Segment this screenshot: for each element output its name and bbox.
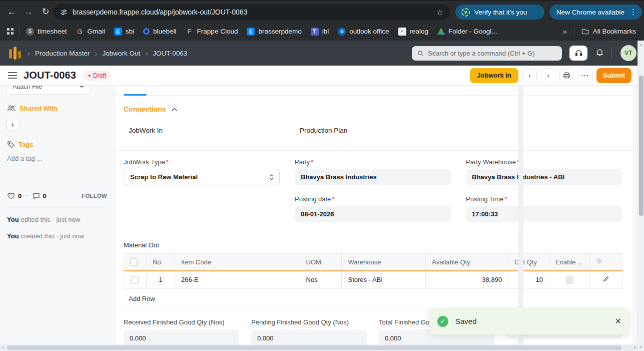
form-sidebar: Attach File + Shared With + Tags Add a t… bbox=[0, 86, 114, 351]
bookmark-item[interactable]: E brasserpdemo bbox=[247, 28, 301, 36]
tags-section[interactable]: Tags bbox=[7, 141, 33, 148]
uom-cell[interactable]: Nos bbox=[300, 271, 342, 289]
pending-fg-qty-field: Pending Finished Good Qty (Nos) 0.000 bbox=[251, 318, 367, 346]
user-avatar[interactable]: VT bbox=[620, 45, 636, 61]
posting-date-input[interactable]: 08-01-2026 bbox=[295, 206, 451, 222]
toast-close-icon[interactable]: ✕ bbox=[615, 316, 621, 326]
out-qty-cell[interactable]: 10 bbox=[508, 271, 549, 289]
sidebar-toggle-icon[interactable] bbox=[8, 72, 17, 79]
scroll-up-arrow-icon[interactable]: ▴ bbox=[638, 42, 644, 47]
edit-row-pencil-icon[interactable] bbox=[602, 275, 609, 282]
party-warehouse-input[interactable]: Bhavya Brass Industries - ABI bbox=[466, 169, 622, 185]
bookmark-item[interactable]: T ibl bbox=[311, 28, 329, 36]
collapse-chevron-icon[interactable] bbox=[171, 107, 178, 112]
connection-link-jobwork-in[interactable]: JobWork In bbox=[129, 127, 163, 134]
jobwork-type-select[interactable]: Scrap to Raw Material bbox=[124, 169, 280, 185]
add-share-button[interactable]: + bbox=[6, 118, 20, 131]
posting-date-field: Posting date* 08-01-2026 bbox=[295, 195, 451, 222]
grid-settings-gear-icon[interactable] bbox=[596, 258, 603, 265]
row-index: 1 bbox=[146, 271, 175, 289]
frappe-favicon: F bbox=[186, 28, 194, 36]
all-bookmarks-button[interactable]: All Bookmarks bbox=[581, 28, 636, 35]
required-asterisk: * bbox=[166, 158, 169, 166]
breadcrumb-chevron-icon: › bbox=[95, 49, 98, 58]
breadcrumb-chevron-icon: › bbox=[28, 49, 30, 58]
jobwork-type-field: JobWork Type* Scrap to Raw Material bbox=[124, 158, 280, 185]
shared-with-section[interactable]: Shared With bbox=[7, 105, 58, 112]
grid-row[interactable]: 1 266-E Nos Stores - ABI 38,890 10 bbox=[124, 271, 622, 289]
next-document-button[interactable]: › bbox=[541, 68, 555, 83]
bookmark-item[interactable]: Folder - Googl... bbox=[437, 28, 497, 35]
address-bar[interactable]: brasserpdemo.frappe.cloud/app/jobwork-ou… bbox=[53, 4, 450, 20]
notifications-bell-icon[interactable] bbox=[595, 48, 604, 57]
verify-identity-chip[interactable]: v Verify that it's you bbox=[455, 5, 544, 20]
row-checkbox[interactable] bbox=[131, 276, 139, 284]
bookmark-item[interactable]: bluebell bbox=[143, 28, 177, 35]
scroll-right-arrow-icon[interactable]: ▸ bbox=[634, 345, 636, 349]
bookmark-item[interactable]: ≡ realog bbox=[398, 28, 429, 36]
pending-fg-qty-input[interactable]: 0.000 bbox=[251, 329, 367, 346]
select-updown-icon bbox=[269, 174, 274, 181]
forward-icon[interactable]: → bbox=[20, 7, 37, 17]
posting-time-input[interactable]: 17:00:33 bbox=[466, 206, 622, 222]
browser-menu-icon[interactable]: ⋮ bbox=[625, 8, 637, 17]
bookmark-item[interactable]: G Gmail bbox=[76, 28, 105, 36]
app-navbar: › Production Master › Jobwork Out › JOUT… bbox=[0, 41, 637, 66]
more-actions-button[interactable]: ··· bbox=[578, 68, 592, 83]
folder-icon bbox=[581, 28, 589, 35]
breadcrumb-current-doc[interactable]: JOUT-0063 bbox=[153, 50, 187, 57]
enable-checkbox[interactable] bbox=[566, 276, 573, 284]
global-search-input[interactable]: Search or type a command (Ctrl + G) bbox=[412, 46, 562, 61]
horizontal-scrollbar[interactable]: ◂ ▸ bbox=[0, 344, 637, 351]
party-input[interactable]: Bhavya Brass Industries bbox=[295, 169, 451, 185]
bookmark-item[interactable]: E sbi bbox=[114, 28, 134, 36]
breadcrumb-production-master[interactable]: Production Master bbox=[35, 50, 90, 57]
print-button[interactable] bbox=[559, 68, 574, 83]
comment-icon[interactable] bbox=[33, 192, 40, 199]
apps-grid-icon[interactable] bbox=[7, 28, 14, 35]
required-asterisk: * bbox=[504, 195, 507, 203]
connections-title[interactable]: Connections bbox=[124, 105, 166, 113]
help-headset-button[interactable] bbox=[569, 46, 587, 61]
reload-icon[interactable]: ↻ bbox=[37, 6, 54, 17]
vertical-scroll-thumb[interactable] bbox=[639, 76, 643, 216]
horizontal-scroll-thumb[interactable] bbox=[7, 345, 621, 350]
add-row-button[interactable]: Add Row bbox=[129, 295, 155, 302]
vertical-scrollbar[interactable]: ▴ ▾ bbox=[637, 41, 644, 351]
scroll-left-arrow-icon[interactable]: ◂ bbox=[2, 345, 4, 349]
submit-button[interactable]: Submit bbox=[596, 68, 631, 83]
received-fg-qty-input[interactable]: 0.000 bbox=[124, 329, 239, 346]
follow-button[interactable]: FOLLOW bbox=[82, 193, 107, 199]
details-section: JobWork Type* Scrap to Raw Material Part… bbox=[115, 151, 632, 231]
warehouse-cell[interactable]: Stores - ABI bbox=[342, 271, 426, 289]
field-label: Pending Finished Good Qty (Nos) bbox=[251, 318, 367, 326]
heart-icon[interactable] bbox=[7, 192, 15, 199]
drive-favicon bbox=[437, 28, 445, 35]
url-text[interactable]: brasserpdemo.frappe.cloud/app/jobwork-ou… bbox=[73, 8, 247, 16]
back-icon[interactable]: ← bbox=[3, 7, 20, 17]
col-warehouse: Warehouse bbox=[342, 254, 426, 271]
party-field: Party* Bhavya Brass Industries bbox=[295, 158, 451, 185]
jobwork-in-button[interactable]: Jobwork In bbox=[470, 68, 518, 83]
add-tag-input[interactable]: Add a tag ... bbox=[7, 155, 42, 162]
available-qty-cell[interactable]: 38,890 bbox=[426, 271, 508, 289]
connection-link-production-plan[interactable]: Production Plan bbox=[300, 127, 347, 134]
search-placeholder: Search or type a command (Ctrl + G) bbox=[428, 50, 535, 57]
form-tabs-bar[interactable] bbox=[115, 86, 632, 96]
site-settings-icon[interactable] bbox=[60, 9, 68, 16]
field-label: Party Warehouse* bbox=[466, 158, 622, 166]
bookmark-item[interactable]: F Frappe Cloud bbox=[186, 28, 238, 36]
bookmark-star-icon[interactable]: ☆ bbox=[436, 8, 443, 17]
item-code-cell[interactable]: 266-E bbox=[175, 271, 300, 289]
field-label: Party* bbox=[295, 158, 451, 166]
bookmark-item[interactable]: S timesheet bbox=[26, 28, 67, 36]
material-out-section: Material Out No. Item Code UOM Warehouse… bbox=[115, 231, 632, 310]
prev-document-button[interactable]: ‹ bbox=[522, 68, 537, 83]
select-all-checkbox[interactable] bbox=[130, 258, 138, 266]
chrome-update-chip[interactable]: New Chrome available ⋮ bbox=[549, 5, 642, 20]
app-logo-icon[interactable] bbox=[9, 46, 23, 61]
bookmarks-overflow-icon[interactable]: » bbox=[562, 27, 566, 36]
breadcrumb-jobwork-out[interactable]: Jobwork Out bbox=[103, 50, 141, 57]
scroll-down-arrow-icon[interactable]: ▾ bbox=[638, 345, 644, 349]
bookmark-item[interactable]: o outlook office bbox=[338, 28, 389, 36]
